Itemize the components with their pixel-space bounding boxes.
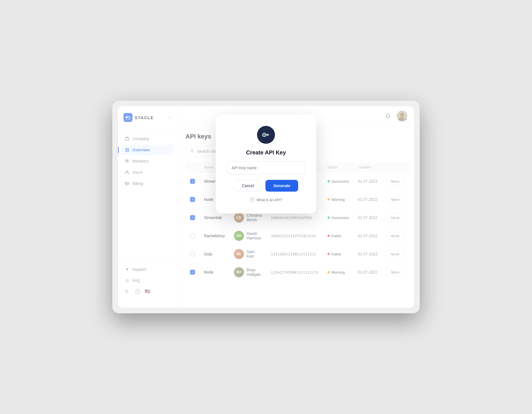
help-text: What is an API? xyxy=(256,198,282,202)
modal-icon xyxy=(257,126,275,144)
api-key-name-input[interactable] xyxy=(227,161,305,174)
modal-title: Create API Key xyxy=(246,149,286,156)
cancel-button[interactable]: Cancel xyxy=(234,180,262,192)
generate-button[interactable]: Generate xyxy=(265,180,298,192)
modal-help[interactable]: ? What is an API? xyxy=(250,197,282,202)
help-icon: ? xyxy=(250,197,255,202)
modal-buttons: Cancel Generate xyxy=(227,180,305,192)
svg-point-21 xyxy=(264,134,265,135)
create-api-key-modal: Create API Key Cancel Generate ? What is… xyxy=(216,115,316,213)
modal-overlay[interactable]: Create API Key Cancel Generate ? What is… xyxy=(118,106,414,308)
